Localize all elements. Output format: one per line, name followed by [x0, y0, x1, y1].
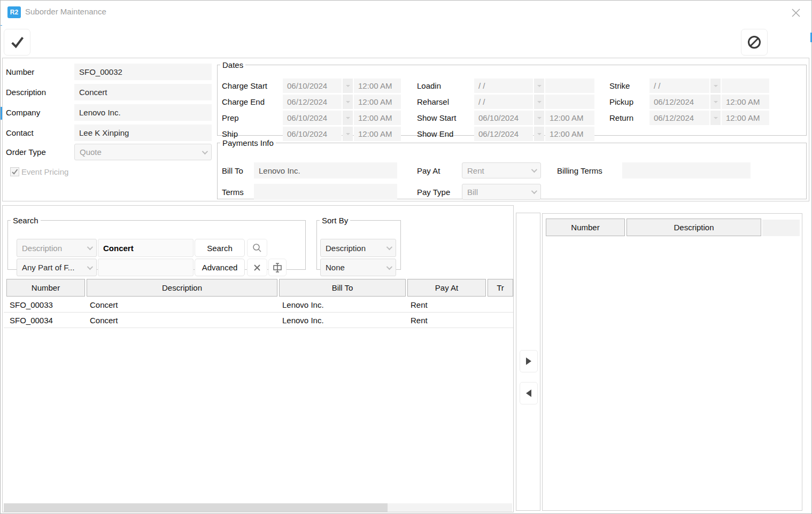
date-row-reharsel: Reharsel / / — [417, 95, 594, 109]
pickup-date-input[interactable]: 06/12/2024 — [649, 95, 709, 109]
results-col-tr[interactable]: Tr — [488, 279, 513, 297]
sort-by-groupbox: Sort By Description None — [316, 216, 401, 270]
search-field-select[interactable]: Description — [17, 239, 97, 257]
charge-end-date-input[interactable]: 06/12/2024 — [283, 95, 342, 109]
show-start-label: Show Start — [417, 111, 474, 125]
advanced-button[interactable]: Advanced — [195, 259, 245, 276]
row-description-cell: Concert — [87, 297, 277, 313]
close-button[interactable] — [788, 5, 804, 21]
loadin-time-input[interactable] — [545, 79, 594, 93]
app-logo-icon: R2 — [7, 6, 21, 18]
date-row-strike: Strike / / — [609, 79, 769, 93]
sort-secondary-select[interactable]: None — [320, 259, 396, 276]
date-row-charge-start: Charge Start 06/10/2024 12:00 AM — [222, 79, 401, 93]
chevron-down-icon — [87, 244, 93, 250]
target-col-filler — [762, 220, 800, 236]
prohibit-icon — [747, 35, 762, 50]
reharsel-date-input[interactable]: / / — [474, 95, 533, 109]
prep-time-input[interactable]: 12:00 AM — [354, 111, 401, 125]
return-date-input[interactable]: 06/12/2024 — [649, 111, 709, 125]
chevron-down-icon — [346, 85, 350, 87]
strike-date-input[interactable]: / / — [649, 79, 709, 93]
checkmark-icon — [11, 168, 18, 175]
move-left-button[interactable] — [520, 382, 538, 404]
pay-at-select[interactable]: Rent — [462, 162, 541, 178]
results-col-pay-at[interactable]: Pay At — [407, 279, 486, 297]
date-row-loadin: Loadin / / — [417, 79, 594, 93]
charge-start-date-input[interactable]: 06/10/2024 — [283, 79, 342, 93]
search-groupbox: Search Description Concert Search Any Pa… — [7, 216, 306, 270]
chevron-down-icon — [537, 117, 542, 119]
target-col-description[interactable]: Description — [627, 219, 761, 236]
results-col-description[interactable]: Description — [87, 279, 277, 297]
chevron-down-icon — [537, 85, 542, 87]
company-field[interactable]: Lenovo Inc. — [74, 104, 212, 121]
reharsel-date-dropdown[interactable] — [534, 95, 544, 109]
loadin-date-dropdown[interactable] — [534, 79, 544, 93]
horizontal-scrollbar[interactable] — [4, 503, 512, 512]
strike-label: Strike — [609, 79, 649, 93]
search-match-value: Any Part of F... — [22, 263, 74, 272]
chevron-down-icon — [87, 263, 93, 269]
terms-field[interactable] — [254, 184, 397, 200]
table-row[interactable]: SFO_00034 Concert Lenovo Inc. Rent — [4, 313, 513, 328]
description-field[interactable]: Concert — [74, 84, 212, 100]
event-pricing-checkbox[interactable] — [10, 167, 19, 176]
results-col-bill-to[interactable]: Bill To — [279, 279, 406, 297]
chevron-down-icon — [346, 101, 350, 103]
date-row-show-start: Show Start 06/10/2024 12:00 AM — [417, 111, 594, 125]
search-button[interactable]: Search — [195, 239, 245, 257]
charge-end-time-input[interactable]: 12:00 AM — [354, 95, 401, 109]
loadin-date-input[interactable]: / / — [474, 79, 533, 93]
return-time-input[interactable]: 12:00 AM — [722, 111, 769, 125]
return-date-dropdown[interactable] — [710, 111, 721, 125]
sort-primary-value: Description — [326, 244, 366, 253]
charge-start-time-input[interactable]: 12:00 AM — [354, 79, 401, 93]
bill-to-field[interactable]: Lenovo Inc. — [254, 162, 397, 178]
show-start-time-input[interactable]: 12:00 AM — [545, 111, 594, 125]
prep-date-input[interactable]: 06/10/2024 — [283, 111, 342, 125]
chevron-down-icon — [531, 188, 537, 194]
dates-groupbox: Dates Charge Start 06/10/2024 12:00 AM C… — [217, 60, 807, 136]
search-icon — [252, 243, 262, 253]
number-field[interactable]: SFO_00032 — [74, 64, 212, 80]
scrollbar-thumb[interactable] — [4, 503, 388, 512]
search-results-panel: Search Description Concert Search Any Pa… — [2, 205, 514, 512]
cancel-button[interactable] — [741, 29, 768, 56]
search-field-value: Description — [22, 244, 62, 253]
confirm-button[interactable] — [4, 29, 30, 56]
clear-search-button[interactable] — [247, 259, 267, 276]
charge-start-label: Charge Start — [222, 79, 283, 93]
show-start-date-input[interactable]: 06/10/2024 — [474, 111, 533, 125]
strike-time-input[interactable] — [722, 79, 769, 93]
date-row-pickup: Pickup 06/12/2024 12:00 AM — [609, 95, 769, 109]
search-match-select[interactable]: Any Part of F... — [17, 259, 97, 276]
field-chooser-button[interactable] — [268, 259, 287, 276]
move-right-button[interactable] — [520, 350, 538, 372]
search-lookup-button[interactable] — [247, 239, 267, 257]
results-col-number[interactable]: Number — [6, 279, 85, 297]
pickup-time-input[interactable]: 12:00 AM — [722, 95, 769, 109]
search-query2-input[interactable] — [98, 259, 194, 276]
reharsel-time-input[interactable] — [545, 95, 594, 109]
payments-title: Payments Info — [220, 138, 276, 147]
arrow-right-icon — [525, 357, 532, 365]
prep-date-dropdown[interactable] — [343, 111, 353, 125]
charge-end-date-dropdown[interactable] — [343, 95, 353, 109]
billing-terms-field[interactable] — [622, 162, 751, 178]
strike-date-dropdown[interactable] — [710, 79, 721, 93]
pay-type-select[interactable]: Bill — [462, 184, 541, 200]
target-col-number[interactable]: Number — [546, 219, 625, 236]
suborder-maintenance-window: R2 Suborder Maintenance Number SFO_00032… — [0, 0, 812, 514]
sort-primary-select[interactable]: Description — [320, 239, 396, 257]
pay-at-label: Pay At — [417, 162, 440, 178]
payments-groupbox: Payments Info Bill To Lenovo Inc. Terms … — [217, 138, 807, 199]
chevron-down-icon — [202, 148, 208, 154]
search-query-input[interactable]: Concert — [98, 239, 194, 257]
show-start-date-dropdown[interactable] — [534, 111, 544, 125]
pickup-date-dropdown[interactable] — [710, 95, 721, 109]
table-row[interactable]: SFO_00033 Concert Lenovo Inc. Rent — [4, 297, 513, 313]
charge-start-date-dropdown[interactable] — [343, 79, 353, 93]
order-type-select[interactable]: Quote — [74, 144, 212, 160]
contact-field[interactable]: Lee K Xinping — [74, 124, 212, 141]
